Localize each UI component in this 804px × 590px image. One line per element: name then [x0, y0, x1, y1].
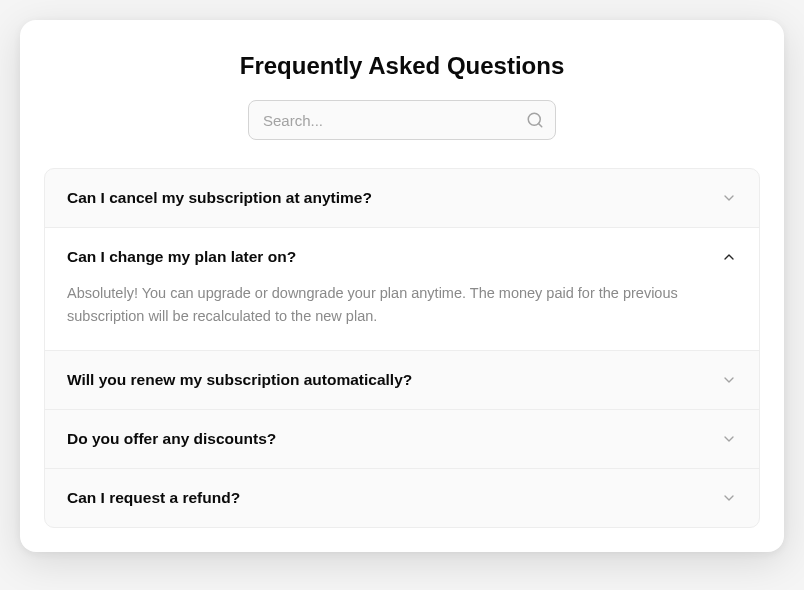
faq-item: Do you offer any discounts? — [45, 410, 759, 469]
faq-card: Frequently Asked Questions Can I cancel … — [20, 20, 784, 552]
chevron-up-icon — [721, 249, 737, 265]
chevron-down-icon — [721, 431, 737, 447]
faq-question: Can I change my plan later on? — [67, 248, 296, 266]
chevron-down-icon — [721, 490, 737, 506]
faq-toggle-renew-automatically[interactable]: Will you renew my subscription automatic… — [45, 351, 759, 409]
faq-item: Will you renew my subscription automatic… — [45, 351, 759, 410]
faq-accordion: Can I cancel my subscription at anytime?… — [44, 168, 760, 528]
faq-question: Can I cancel my subscription at anytime? — [67, 189, 372, 207]
search-container — [44, 100, 760, 140]
chevron-down-icon — [721, 372, 737, 388]
faq-toggle-change-plan[interactable]: Can I change my plan later on? — [45, 228, 759, 286]
faq-toggle-cancel-subscription[interactable]: Can I cancel my subscription at anytime? — [45, 169, 759, 227]
faq-question: Can I request a refund? — [67, 489, 240, 507]
faq-question: Do you offer any discounts? — [67, 430, 276, 448]
faq-toggle-refund[interactable]: Can I request a refund? — [45, 469, 759, 527]
faq-item: Can I cancel my subscription at anytime? — [45, 169, 759, 228]
chevron-down-icon — [721, 190, 737, 206]
search-box — [248, 100, 556, 140]
faq-toggle-discounts[interactable]: Do you offer any discounts? — [45, 410, 759, 468]
faq-item: Can I change my plan later on? Absolutel… — [45, 228, 759, 351]
faq-item: Can I request a refund? — [45, 469, 759, 527]
page-title: Frequently Asked Questions — [44, 52, 760, 80]
faq-question: Will you renew my subscription automatic… — [67, 371, 412, 389]
faq-answer: Absolutely! You can upgrade or downgrade… — [45, 282, 759, 350]
search-input[interactable] — [248, 100, 556, 140]
